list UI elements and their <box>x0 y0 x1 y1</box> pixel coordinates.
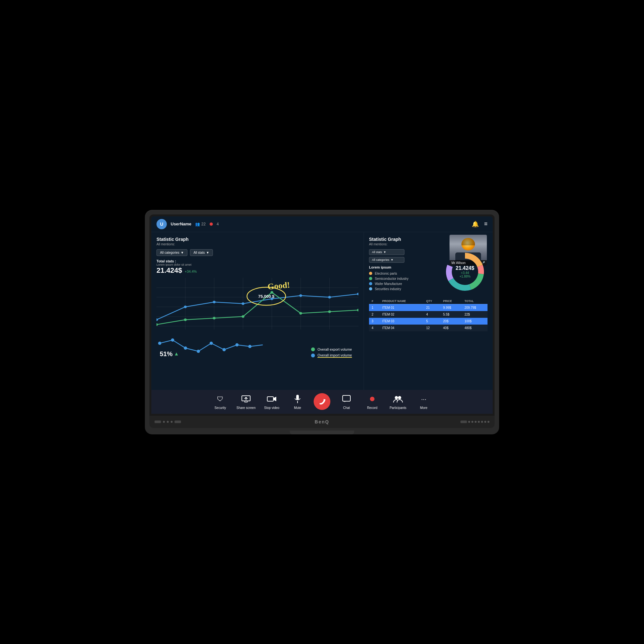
mini-chart: 51% ▲ Overall export volume Overall <box>156 332 358 361</box>
monitor-controls-right <box>460 421 489 423</box>
ctrl-dot-r7 <box>488 421 489 423</box>
percent-badge: 51% ▲ <box>160 350 179 358</box>
header-left: U UserName 👥 22 4 <box>156 219 219 229</box>
cell-name: ITEM 01 <box>380 304 424 311</box>
left-panel-title: Statistic Graph <box>156 237 358 242</box>
control-dot-3 <box>171 421 173 423</box>
chat-icon <box>341 393 352 405</box>
legend-securities: Securities industry <box>369 287 439 291</box>
right-top: All stats ▼ All categories ▼ Lorem ipsum <box>369 249 488 294</box>
record-label: Record <box>367 406 377 410</box>
monitor-bezel: U UserName 👥 22 4 🔔 ≡ <box>149 214 495 416</box>
cell-qty: 21 <box>423 304 440 311</box>
line-chart-svg <box>156 278 358 329</box>
participants-icon <box>392 393 404 405</box>
legend-wafer: Wafer Manufacture <box>369 282 439 286</box>
right-filter-row: All stats ▼ All categories ▼ <box>369 249 439 263</box>
more-button[interactable]: ··· More <box>414 393 433 410</box>
filter-categories-btn[interactable]: All categories ▼ <box>156 249 187 256</box>
svg-point-12 <box>184 306 187 308</box>
svg-point-19 <box>156 323 158 326</box>
control-dot-1 <box>163 421 165 423</box>
cell-id: 2 <box>369 311 380 318</box>
col-price: PRICE <box>440 298 462 304</box>
ctrl-dot-r4 <box>478 421 480 423</box>
svg-point-47 <box>395 396 398 399</box>
legend-semiconductor: Semiconductor industry <box>369 277 439 280</box>
svg-point-34 <box>223 348 226 351</box>
chat-label: Chat <box>343 406 350 410</box>
good-annotation: Good! <box>267 280 290 292</box>
svg-point-17 <box>328 296 331 298</box>
cell-qty: 5 <box>423 318 440 325</box>
svg-point-33 <box>210 342 213 345</box>
data-table: # PRODUCT NAME QTY PRICE TOTAL 1 ITEM 01… <box>369 298 488 331</box>
stats-change: +34.4% <box>185 270 197 273</box>
donut-change2: +1.88% <box>456 275 474 278</box>
up-arrow: ▲ <box>174 351 179 357</box>
cell-price: 40$ <box>440 325 462 331</box>
svg-point-31 <box>184 346 187 350</box>
ctrl-dot-r5 <box>481 421 483 423</box>
screen: U UserName 👥 22 4 🔔 ≡ <box>151 216 493 414</box>
right-control <box>460 421 467 423</box>
cell-qty: 4 <box>423 311 440 318</box>
cell-qty: 12 <box>423 325 440 331</box>
ctrl-dot-r1 <box>468 421 470 423</box>
filter-stats-btn[interactable]: All stats ▼ <box>190 249 213 256</box>
legend-electronic: Electronic parts <box>369 272 439 275</box>
right-filter-categories[interactable]: All categories ▼ <box>369 257 404 263</box>
left-panel-subtitle: All mentions: <box>156 242 358 246</box>
svg-point-14 <box>241 302 244 305</box>
svg-point-18 <box>357 293 358 295</box>
cell-total: 209.79$ <box>462 304 488 311</box>
chat-button[interactable]: Chat <box>337 393 356 410</box>
end-call-button[interactable] <box>314 393 330 410</box>
right-panel: Mr.Wilson 🎤 Statistic Graph All mentions… <box>364 232 493 390</box>
cell-id: 1 <box>369 304 380 311</box>
menu-icon[interactable]: ≡ <box>484 221 488 227</box>
more-icon: ··· <box>418 393 430 405</box>
cell-price: 9.99$ <box>440 304 462 311</box>
notification-dot <box>210 223 213 226</box>
cell-name: ITEM 03 <box>380 318 424 325</box>
table-row: 2 ITEM 02 4 5.5$ 22$ <box>369 311 488 318</box>
table-row: 4 ITEM 04 12 40$ 480$ <box>369 325 488 331</box>
cell-price: 20$ <box>440 318 462 325</box>
main-content: Statistic Graph All mentions: All catego… <box>151 232 493 390</box>
security-button[interactable]: 🛡 Security <box>211 393 230 410</box>
export-label: Overall export volume <box>317 347 352 351</box>
svg-point-24 <box>299 312 302 315</box>
record-button[interactable]: Record <box>363 393 382 410</box>
participants-button[interactable]: Participants <box>388 393 408 410</box>
import-dot <box>311 354 315 357</box>
people-icon: 👥 <box>195 222 200 226</box>
svg-point-36 <box>248 345 251 348</box>
mute-button[interactable]: Mute <box>288 393 307 410</box>
cell-total: 22$ <box>462 311 488 318</box>
svg-point-26 <box>357 309 358 311</box>
svg-point-21 <box>213 317 216 319</box>
monitor-controls-left <box>155 421 181 423</box>
legend-import: Overall import volume <box>311 353 352 358</box>
person-head <box>461 238 475 251</box>
svg-rect-46 <box>343 395 350 401</box>
cell-id: 3 <box>369 318 380 325</box>
monitor: U UserName 👥 22 4 🔔 ≡ <box>145 210 499 434</box>
security-label: Security <box>214 406 226 410</box>
monitor-logo: BenQ <box>315 419 329 424</box>
bell-icon[interactable]: 🔔 <box>472 221 479 228</box>
stop-video-button[interactable]: Stop video <box>262 393 281 410</box>
left-panel: Statistic Graph All mentions: All catego… <box>151 232 364 390</box>
svg-rect-44 <box>296 395 299 400</box>
stand-base <box>290 431 354 434</box>
right-filter-stats[interactable]: All stats ▼ <box>369 249 404 255</box>
cell-total: 480$ <box>462 325 488 331</box>
avatar: U <box>156 219 167 229</box>
control-dot-2 <box>167 421 169 423</box>
stats-value: 21.424$ <box>156 266 182 275</box>
share-screen-button[interactable]: Share screen <box>236 393 256 410</box>
import-label: Overall import volume <box>317 353 352 358</box>
table-row: 3 ITEM 03 5 20$ 100$ <box>369 318 488 325</box>
power-btn-area <box>175 421 181 423</box>
